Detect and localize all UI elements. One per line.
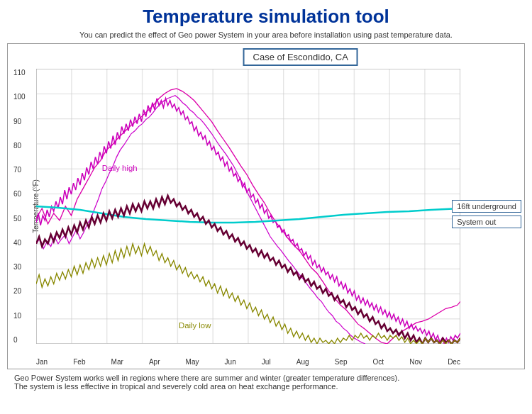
legend-underground: 16ft underground <box>452 200 521 213</box>
footer-line-1: Geo Power System works well in regions w… <box>14 374 518 382</box>
legend-right: 16ft underground System out <box>452 200 521 228</box>
subtitle: You can predict the effect of Geo power … <box>7 30 525 39</box>
y-axis-labels: 110 100 90 80 70 60 50 40 30 20 10 0 <box>13 69 26 344</box>
chart-area: Daily high Daily low <box>36 69 460 344</box>
daily-high-label: Daily high <box>102 164 138 172</box>
page: Temperature simulation tool You can pred… <box>0 0 532 414</box>
footer-line-2: The system is less effective in tropical… <box>14 382 518 391</box>
x-axis-labels: Jan Feb Mar Apr May Jun Jul Aug Sep Oct … <box>36 358 460 366</box>
case-label: Case of Escondido, CA <box>243 48 358 66</box>
footer-text: Geo Power System works well in regions w… <box>7 374 525 391</box>
legend-system-out: System out <box>452 216 521 228</box>
chart-svg: Daily high Daily low <box>36 69 460 344</box>
daily-low-label: Daily low <box>179 321 211 330</box>
chart-container: Case of Escondido, CA Temperature (°F) 1… <box>7 43 525 369</box>
page-title: Temperature simulation tool <box>7 6 525 28</box>
